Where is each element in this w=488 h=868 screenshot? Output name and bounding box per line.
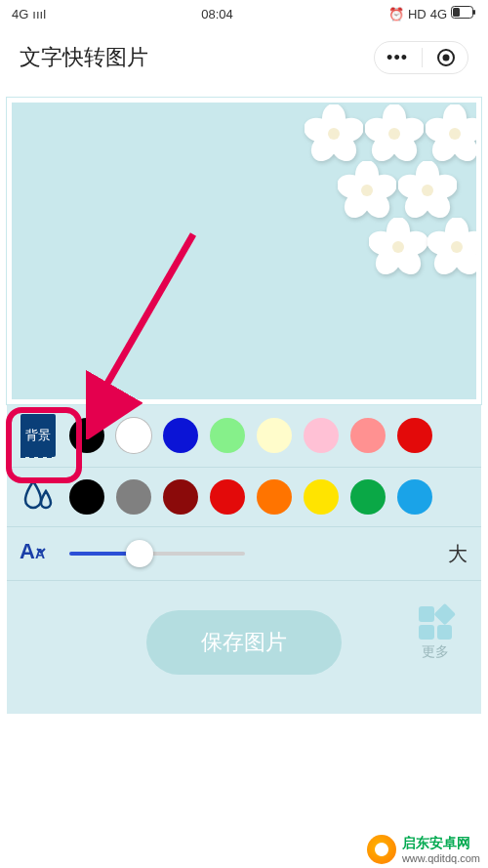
fill-swatch-5[interactable]	[304, 479, 339, 515]
background-button-label: 背景	[25, 427, 51, 444]
capsule-button: •••	[374, 41, 468, 74]
fill-drop-icon	[22, 477, 54, 517]
fill-swatch-3[interactable]	[210, 479, 245, 515]
fill-color-swatches	[69, 479, 468, 515]
nav-bar: 文字快转图片 •••	[0, 27, 488, 88]
bg-swatch-5[interactable]	[304, 418, 339, 453]
more-button[interactable]: 更多	[419, 606, 452, 661]
fill-swatch-4[interactable]	[257, 479, 292, 515]
watermark-logo-icon	[367, 835, 396, 864]
svg-point-4	[443, 55, 450, 62]
canvas-preview[interactable]	[7, 98, 481, 404]
menu-dots-icon[interactable]: •••	[386, 49, 408, 66]
hd-label: HD	[408, 7, 427, 21]
watermark-title: 启东安卓网	[402, 835, 480, 852]
font-size-row: AA 大	[7, 527, 481, 581]
bottom-actions: 保存图片 更多	[7, 581, 481, 714]
svg-text:A: A	[35, 546, 45, 561]
svg-point-10	[328, 128, 340, 140]
fill-swatch-0[interactable]	[69, 479, 104, 515]
bg-swatch-7[interactable]	[397, 418, 432, 453]
background-row: 背景	[7, 404, 481, 468]
svg-point-40	[392, 241, 404, 253]
size-label: 大	[448, 541, 468, 567]
background-button[interactable]: 背景	[20, 414, 56, 457]
fill-swatch-1[interactable]	[116, 479, 151, 515]
fill-swatch-6[interactable]	[350, 479, 386, 515]
fill-swatch-2[interactable]	[163, 479, 198, 515]
bg-swatch-3[interactable]	[210, 418, 245, 453]
bg-swatch-1[interactable]	[116, 418, 151, 453]
svg-point-46	[451, 241, 463, 253]
more-grid-icon	[419, 606, 452, 640]
bg-swatch-4[interactable]	[257, 418, 292, 453]
bg-color-swatches	[69, 418, 468, 453]
svg-point-22	[449, 128, 461, 140]
net2-label: 4G	[430, 7, 447, 21]
alarm-icon: ⏰	[388, 7, 404, 21]
more-label: 更多	[422, 643, 449, 661]
watermark: 启东安卓网 www.qditdq.com	[359, 831, 488, 868]
svg-rect-2	[453, 8, 460, 17]
slider-thumb[interactable]	[126, 540, 153, 567]
page-title: 文字快转图片	[20, 43, 148, 72]
network-label: 4G	[12, 7, 28, 21]
svg-text:A: A	[20, 539, 35, 563]
watermark-url: www.qditdq.com	[402, 852, 480, 864]
svg-point-34	[422, 185, 433, 196]
divider	[422, 48, 423, 67]
battery-icon	[451, 6, 476, 21]
fill-row	[7, 468, 481, 527]
font-size-slider[interactable]	[69, 552, 434, 556]
save-image-button[interactable]: 保存图片	[146, 610, 342, 675]
fill-swatch-7[interactable]	[397, 479, 432, 515]
bg-swatch-2[interactable]	[163, 418, 198, 453]
tools-panel: 背景 AA 大 保存图片 更多	[7, 404, 481, 714]
font-size-icon: AA	[20, 537, 57, 570]
signal-icon: ıııl	[32, 7, 46, 21]
svg-point-28	[361, 185, 373, 196]
svg-point-16	[388, 128, 400, 140]
clock: 08:04	[201, 7, 233, 21]
bg-swatch-6[interactable]	[350, 418, 386, 453]
close-target-icon[interactable]	[436, 48, 456, 67]
svg-rect-1	[473, 10, 475, 15]
bg-swatch-0[interactable]	[69, 418, 104, 453]
status-bar: 4G ıııl 08:04 ⏰ HD 4G	[0, 0, 488, 27]
